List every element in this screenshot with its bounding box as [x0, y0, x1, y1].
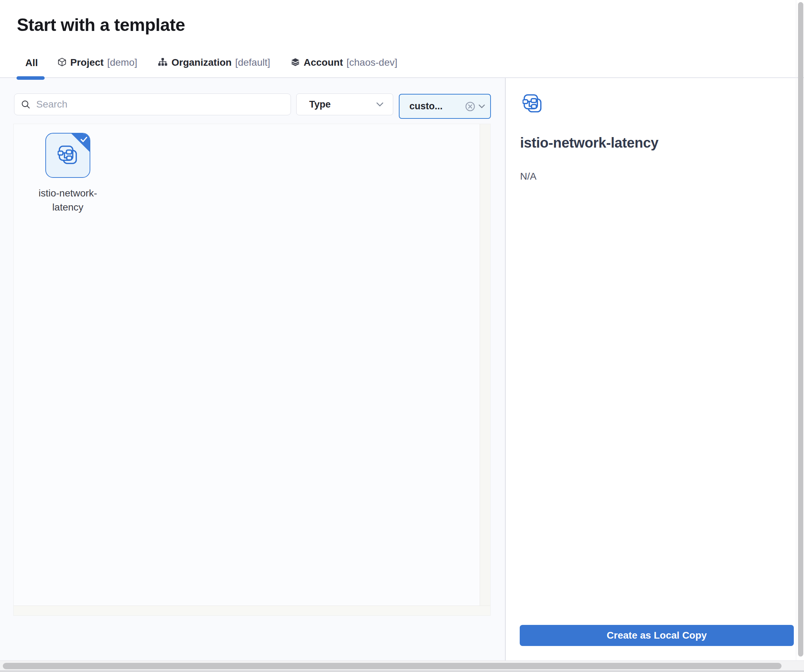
tab-account-scope: [chaos-dev]	[346, 57, 397, 68]
category-filter-value: custo...	[409, 101, 443, 112]
tab-account-label: Account	[304, 57, 343, 68]
details-description: N/A	[520, 171, 537, 182]
chevron-down-icon	[478, 104, 485, 109]
tab-organization-label: Organization	[172, 57, 232, 68]
create-as-local-copy-button[interactable]: Create as Local Copy	[520, 625, 794, 646]
vertical-scrollbar-thumb[interactable]	[798, 2, 803, 657]
details-title: istio-network-latency	[520, 135, 659, 151]
start-with-template-dialog: Start with a template All Project [demo]…	[0, 0, 804, 672]
search-box	[14, 93, 291, 115]
type-filter-label: Type	[309, 99, 331, 110]
template-icon	[58, 145, 78, 165]
horizontal-scrollbar-thumb[interactable]	[3, 663, 781, 669]
template-name: istio-network-latency	[32, 186, 104, 214]
tab-all[interactable]: All	[25, 57, 38, 69]
tab-account[interactable]: Account [chaos-dev]	[291, 56, 397, 69]
tab-project-label: Project	[70, 57, 104, 68]
search-input[interactable]	[36, 99, 279, 110]
search-icon	[21, 100, 31, 109]
template-card	[45, 133, 90, 178]
templates-grid-horizontal-scrollbar[interactable]	[14, 606, 490, 615]
cube-icon	[57, 57, 67, 68]
template-details-panel	[506, 78, 796, 661]
chevron-down-icon	[376, 102, 384, 107]
check-icon	[80, 136, 88, 143]
tab-project[interactable]: Project [demo]	[57, 56, 137, 69]
tab-organization-scope: [default]	[235, 57, 270, 68]
scrollbar-track-border	[796, 0, 796, 661]
templates-grid: istio-network-latency	[13, 124, 490, 616]
window-bottom-edge	[0, 670, 804, 672]
type-filter-dropdown[interactable]: Type	[296, 93, 393, 115]
templates-grid-vertical-scrollbar[interactable]	[480, 124, 490, 606]
org-chart-icon	[157, 57, 168, 68]
template-icon	[523, 94, 543, 115]
layers-icon	[291, 57, 300, 68]
clear-filter-icon[interactable]	[464, 101, 476, 113]
page-title: Start with a template	[17, 15, 185, 35]
category-filter-chip[interactable]: custo...	[399, 94, 491, 119]
tab-organization[interactable]: Organization [default]	[157, 56, 270, 69]
active-tab-underline	[16, 76, 45, 80]
tab-project-scope: [demo]	[107, 57, 137, 68]
template-tile-istio-network-latency[interactable]: istio-network-latency	[32, 133, 104, 214]
